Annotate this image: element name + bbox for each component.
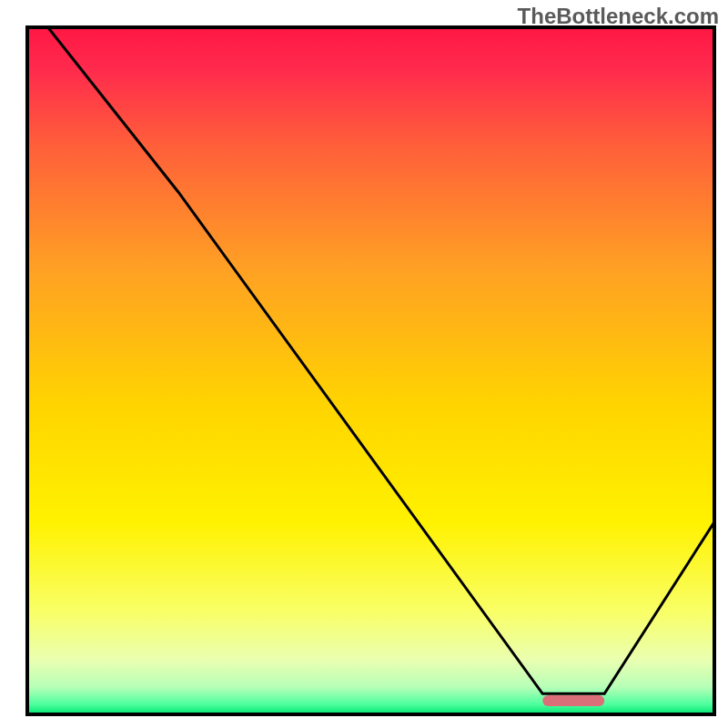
chart-svg (0, 0, 728, 728)
chart-container: TheBottleneck.com (0, 0, 728, 728)
optimal-marker (542, 695, 604, 706)
watermark-text: TheBottleneck.com (518, 4, 719, 29)
